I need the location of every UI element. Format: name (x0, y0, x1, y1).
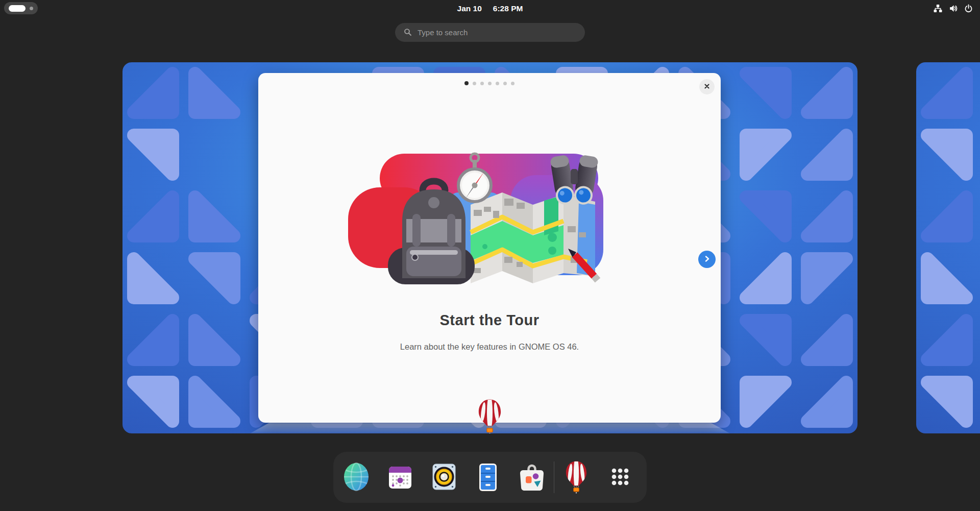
file-cabinet-icon (473, 462, 503, 493)
network-wired-icon (934, 4, 942, 13)
carousel-dot[interactable] (464, 81, 469, 85)
clock-date: Jan 10 (457, 4, 482, 13)
dock-app-software[interactable] (517, 463, 547, 492)
wallpaper (916, 62, 980, 433)
calendar-icon (385, 462, 415, 493)
search-input[interactable] (395, 23, 585, 42)
tour-subtitle: Learn about the key features in GNOME OS… (258, 342, 721, 352)
top-bar: Jan 10 6:28 PM (0, 0, 980, 17)
carousel-dot[interactable] (496, 82, 499, 85)
power-icon (964, 4, 973, 13)
system-status-area[interactable] (934, 0, 973, 17)
close-icon (704, 83, 710, 91)
hot-air-balloon-icon (564, 460, 589, 495)
tour-illustration (348, 150, 619, 289)
chevron-right-icon (703, 255, 711, 264)
carousel-dot[interactable] (480, 82, 484, 85)
web-globe-icon (341, 462, 371, 493)
app-grid-icon (605, 462, 635, 493)
clock-time: 6:28 PM (493, 4, 523, 13)
carousel-dots (258, 81, 721, 85)
carousel-dot[interactable] (488, 82, 492, 85)
next-page-button[interactable] (698, 251, 716, 268)
carousel-dot[interactable] (473, 82, 476, 85)
show-apps-button[interactable] (605, 463, 635, 492)
dock-app-web[interactable] (341, 463, 371, 492)
search-bar (395, 23, 585, 42)
workspace-preview-2[interactable] (916, 62, 980, 433)
speaker-icon (429, 462, 459, 493)
dock (333, 452, 647, 503)
tour-dialog[interactable]: Start the Tour Learn about the key featu… (258, 73, 721, 423)
dock-app-files[interactable] (473, 463, 503, 492)
dock-separator (554, 461, 554, 493)
software-bag-icon (517, 462, 547, 493)
carousel-dot[interactable] (503, 82, 507, 85)
dock-app-music[interactable] (429, 463, 459, 492)
tour-title: Start the Tour (258, 312, 721, 329)
dock-app-calendar[interactable] (385, 463, 415, 492)
close-button[interactable] (699, 79, 715, 94)
carousel-dot[interactable] (511, 82, 514, 85)
hot-air-balloon-icon (476, 398, 503, 433)
clock[interactable]: Jan 10 6:28 PM (0, 0, 980, 17)
workspace-preview-1[interactable]: Start the Tour Learn about the key featu… (122, 62, 857, 433)
volume-icon (949, 4, 958, 13)
dock-app-tour[interactable] (561, 463, 591, 492)
